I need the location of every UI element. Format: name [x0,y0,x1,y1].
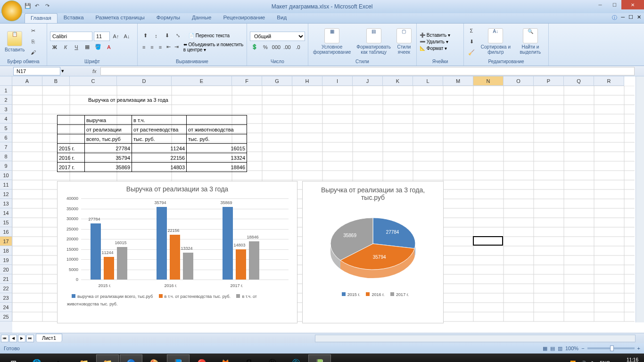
fill-icon[interactable]: ⬇ [467,37,476,46]
taskbar-firefox[interactable]: 🦊 [214,354,237,362]
save-icon[interactable]: 💾 [25,3,32,10]
tray-network-icon[interactable]: 📶 [570,361,576,362]
align-right-icon[interactable]: ≡ [157,42,164,52]
taskbar-yandex2[interactable]: Ⓨ [261,354,284,362]
number-format-select[interactable]: Общий [250,32,305,41]
help-icon[interactable]: ⓘ [612,14,617,21]
tray-expand-icon[interactable]: ▲ [561,361,565,362]
tray-clock[interactable]: 11:16 26.08.2018 [615,357,638,362]
paste-button[interactable]: 📋 Вставить [3,30,26,53]
tab-data[interactable]: Данные [186,13,217,23]
copy-icon[interactable]: ⎘ [28,37,38,46]
tab-nav-last[interactable]: ⏭ [26,335,34,342]
start-button[interactable]: ⊞ [2,354,25,362]
doc-restore-icon[interactable]: ☐ [628,14,633,21]
tab-nav-next[interactable]: ▶ [18,335,25,342]
tab-review[interactable]: Рецензирование [217,13,271,23]
office-button[interactable] [1,0,22,21]
doc-close-icon[interactable]: ✕ [637,14,641,21]
fx-icon[interactable]: fx [92,68,97,74]
tray-flag-icon[interactable]: ⚑ [591,361,595,362]
orientation-icon[interactable]: ⤡ [173,31,182,41]
taskbar-word[interactable]: 📘 [167,354,190,362]
taskbar-opera[interactable]: 🔴 [190,354,213,362]
tab-insert[interactable]: Вставка [58,13,90,23]
view-normal-icon[interactable]: ▦ [543,346,547,352]
autosum-icon[interactable]: Σ [467,26,476,35]
font-color-icon[interactable]: A [104,42,114,52]
wrap-text-button[interactable]: 📄 Перенос текста [189,33,230,38]
tab-nav-first[interactable]: ⏮ [1,335,8,342]
fill-color-icon[interactable]: 🪣 [93,42,103,52]
taskbar-yandex1[interactable]: Я [238,354,260,362]
decrease-font-icon[interactable]: A↓ [122,32,132,41]
tab-layout[interactable]: Разметка страницы [90,13,150,23]
select-all-corner[interactable] [0,76,12,86]
zoom-out-button[interactable]: − [581,346,584,351]
undo-icon[interactable]: ↶ [35,3,42,10]
percent-icon[interactable]: % [261,42,270,52]
taskbar-chrome[interactable]: 🔵 [120,354,142,362]
sort-filter-button[interactable]: A↓Сортировка и фильтр [478,27,513,56]
row-headers[interactable]: 1234567891011121314151617181920212223242… [0,86,12,333]
redo-icon[interactable]: ↷ [45,3,53,10]
data-table[interactable]: выручкав т.ч.от реализацииот растеневодс… [57,115,247,172]
find-select-button[interactable]: 🔍Найти и выделить [515,27,545,56]
column-headers[interactable]: ABCDEFGHIJKLMNOPQR [12,76,624,86]
format-cells-button[interactable]: 📐 Формат ▾ [420,46,461,51]
format-as-table-button[interactable]: ▤Форматировать как таблицу [355,27,393,56]
italic-button[interactable]: К [61,42,70,52]
zoom-slider[interactable] [587,347,635,349]
taskbar-ie[interactable]: 🌐 [25,354,48,362]
formula-input[interactable] [100,67,635,75]
comma-icon[interactable]: 000 [272,42,281,52]
doc-minimize-icon[interactable]: ─ [621,14,625,21]
taskbar-folder1[interactable]: 📁 [73,354,95,362]
tray-language[interactable]: ENG [600,361,610,362]
close-button[interactable]: ✕ [621,0,644,9]
namebox-dropdown-icon[interactable]: ▾ [61,68,64,74]
taskbar-explorer[interactable]: 📁 [96,354,119,362]
align-middle-icon[interactable]: ↕ [151,31,161,41]
vertical-scrollbar[interactable] [636,76,644,322]
minimize-button[interactable]: ─ [593,0,607,9]
taskbar-paint[interactable]: 🎨 [143,354,166,362]
clear-icon[interactable]: 🧹 [467,48,476,57]
taskbar-excel[interactable]: 📗 [308,354,331,362]
insert-cells-button[interactable]: ➕ Вставить ▾ [420,33,461,38]
font-size-select[interactable] [94,32,110,41]
format-painter-icon[interactable]: 🖌 [28,48,38,57]
zoom-in-button[interactable]: + [637,346,640,351]
decrease-indent-icon[interactable]: ⇤ [165,42,172,52]
tab-view[interactable]: Вид [271,13,292,23]
increase-decimal-icon[interactable]: .00 [282,42,292,52]
maximize-button[interactable]: ☐ [607,0,621,9]
tab-formulas[interactable]: Формулы [151,13,186,23]
horizontal-scrollbar[interactable] [315,335,636,342]
decrease-decimal-icon[interactable]: .0 [293,42,303,52]
view-layout-icon[interactable]: ▤ [550,346,555,352]
bold-button[interactable]: Ж [50,42,59,52]
tab-nav-prev[interactable]: ◀ [9,335,17,342]
align-bottom-icon[interactable]: ⬇ [162,31,172,41]
taskbar-media[interactable]: ▶ [49,354,72,362]
underline-button[interactable]: Ч [72,42,81,52]
conditional-formatting-button[interactable]: ▦Условное форматирование [311,27,353,56]
increase-font-icon[interactable]: A↑ [111,32,121,41]
cell-styles-button[interactable]: ▢Стили ячеек [395,27,413,56]
pie-chart[interactable]: Выручка от реализации за 3 года, тыс.руб… [302,181,444,323]
align-center-icon[interactable]: ≡ [149,42,155,52]
cut-icon[interactable]: ✂ [28,26,38,35]
tab-home[interactable]: Главная [25,13,58,23]
delete-cells-button[interactable]: ➖ Удалить ▾ [420,39,461,44]
currency-icon[interactable]: 💲 [250,42,259,52]
cell-grid[interactable]: Выручка от реализации за 3 года выручкав… [12,86,644,333]
sheet-tab-1[interactable]: Лист1 [36,334,62,342]
view-break-icon[interactable]: ▥ [558,346,562,352]
taskbar-skype[interactable]: Ⓢ [285,354,307,362]
merge-center-button[interactable]: ⬌ Объединить и поместить в центре ▾ [183,42,244,52]
border-icon[interactable]: ▦ [83,42,92,52]
align-top-icon[interactable]: ⬆ [140,31,150,41]
increase-indent-icon[interactable]: ⇥ [173,42,180,52]
zoom-level[interactable]: 100% [565,346,578,351]
